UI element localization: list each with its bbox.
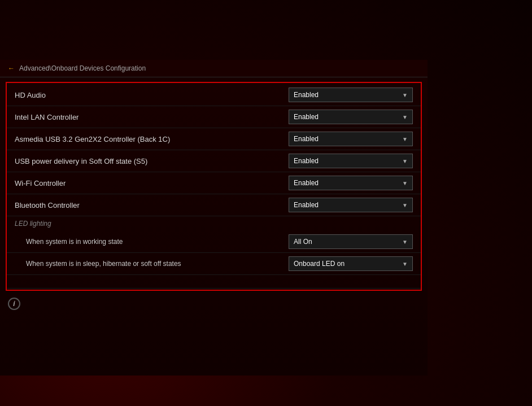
- led-sleep-value: Onboard LED on: [294, 260, 345, 268]
- hd-audio-label: HD Audio: [15, 91, 289, 99]
- led-working-label: When system is in working state: [15, 238, 289, 246]
- setting-row-wifi: Wi-Fi Controller Enabled ▼: [7, 172, 421, 194]
- bluetooth-arrow-icon: ▼: [402, 202, 408, 208]
- usb32-arrow-icon: ▼: [402, 136, 408, 142]
- back-arrow-icon[interactable]: ←: [8, 64, 15, 72]
- settings-panel: HD Audio Enabled ▼ Intel LAN Controller …: [0, 77, 428, 317]
- hd-audio-dropdown[interactable]: Enabled ▼: [289, 88, 413, 102]
- hd-audio-value: Enabled: [294, 91, 319, 99]
- setting-row-lan: Intel LAN Controller Enabled ▼: [7, 106, 421, 128]
- led-sleep-arrow-icon: ▼: [402, 261, 408, 267]
- lan-value: Enabled: [294, 113, 319, 121]
- usb-power-arrow-icon: ▼: [402, 158, 408, 164]
- lan-dropdown[interactable]: Enabled ▼: [289, 110, 413, 124]
- usb-power-label: USB power delivery in Soft Off state (S5…: [15, 157, 289, 165]
- main-content: ← Advanced\Onboard Devices Configuration…: [0, 60, 428, 376]
- setting-row-usb32: Asmedia USB 3.2 Gen2X2 Controller (Back …: [7, 128, 421, 150]
- bluetooth-dropdown[interactable]: Enabled ▼: [289, 198, 413, 212]
- wifi-arrow-icon: ▼: [402, 180, 408, 186]
- setting-row-blank: [7, 275, 421, 289]
- usb32-value: Enabled: [294, 135, 319, 143]
- wifi-dropdown[interactable]: Enabled ▼: [289, 176, 413, 190]
- led-working-value: All On: [294, 238, 312, 246]
- led-working-dropdown[interactable]: All On ▼: [289, 234, 413, 249]
- info-icon: i: [8, 298, 20, 310]
- setting-row-bluetooth: Bluetooth Controller Enabled ▼: [7, 194, 421, 216]
- led-working-arrow-icon: ▼: [402, 239, 408, 245]
- wifi-label: Wi-Fi Controller: [15, 179, 289, 187]
- lan-arrow-icon: ▼: [402, 114, 408, 120]
- bluetooth-value: Enabled: [294, 201, 319, 209]
- breadcrumb-path: Advanced\Onboard Devices Configuration: [19, 64, 146, 72]
- usb-power-value: Enabled: [294, 157, 319, 165]
- wifi-value: Enabled: [294, 179, 319, 187]
- settings-red-border: HD Audio Enabled ▼ Intel LAN Controller …: [6, 82, 422, 291]
- usb32-dropdown[interactable]: Enabled ▼: [289, 132, 413, 146]
- usb-power-dropdown[interactable]: Enabled ▼: [289, 154, 413, 168]
- info-area: i: [0, 293, 428, 315]
- lan-label: Intel LAN Controller: [15, 113, 289, 121]
- breadcrumb: ← Advanced\Onboard Devices Configuration: [0, 60, 428, 77]
- hd-audio-arrow-icon: ▼: [402, 92, 408, 98]
- led-sleep-dropdown[interactable]: Onboard LED on ▼: [289, 256, 413, 271]
- usb32-label: Asmedia USB 3.2 Gen2X2 Controller (Back …: [15, 135, 289, 143]
- led-sleep-label: When system is in sleep, hibernate or so…: [15, 260, 289, 268]
- bluetooth-label: Bluetooth Controller: [15, 201, 289, 209]
- setting-row-usb-power: USB power delivery in Soft Off state (S5…: [7, 150, 421, 172]
- led-section-label: LED lighting: [7, 216, 421, 231]
- setting-row-led-working: When system is in working state All On ▼: [7, 231, 421, 253]
- setting-row-led-sleep: When system is in sleep, hibernate or so…: [7, 253, 421, 275]
- setting-row-hd-audio: HD Audio Enabled ▼: [7, 84, 421, 106]
